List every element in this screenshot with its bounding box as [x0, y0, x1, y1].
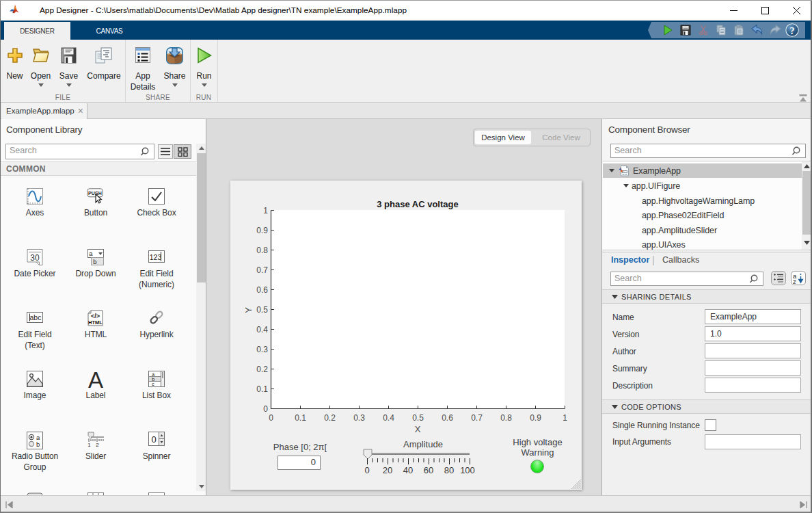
svg-text:z: z [793, 278, 796, 284]
svg-text:123: 123 [149, 253, 161, 261]
svg-text:0: 0 [151, 434, 156, 445]
svg-text:a: a [89, 250, 93, 257]
svg-text:1: 1 [87, 442, 91, 447]
svg-text:PUSH: PUSH [87, 191, 101, 196]
svg-text:abc: abc [29, 313, 41, 321]
svg-text:HTML: HTML [88, 319, 103, 326]
svg-text:?: ? [790, 26, 795, 36]
svg-text:A: A [87, 371, 103, 388]
svg-text:</>: </> [91, 313, 100, 319]
svg-text:2: 2 [96, 442, 99, 447]
svg-text:b: b [36, 440, 40, 448]
svg-text:b: b [93, 258, 96, 265]
svg-text:30: 30 [30, 253, 40, 263]
